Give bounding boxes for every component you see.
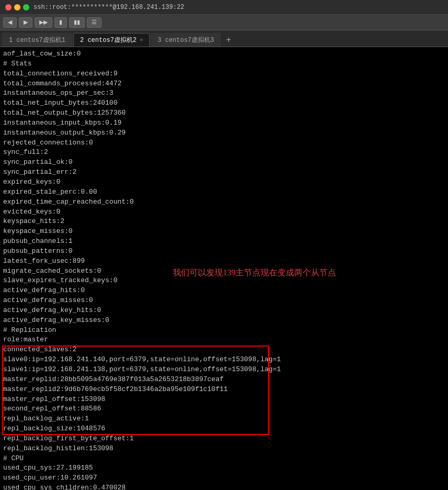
- terminal-line: second_repl_offset:88586: [3, 404, 445, 414]
- title-bar: ssh::root:***********@192.168.241.139:22: [0, 0, 448, 15]
- terminal-line: master_replid:28bb5095a4769e387f013a5a26…: [3, 375, 445, 385]
- terminal-line: keyspace_hits:2: [3, 217, 445, 227]
- window-title: ssh::root:***********@192.168.241.139:22: [33, 4, 184, 11]
- toolbar-btn-1[interactable]: ◀: [3, 17, 17, 28]
- terminal-line: aof_last_cow_size:0: [3, 49, 445, 59]
- tabs-bar: 1 centos7虚拟机1 2 centos7虚拟机2 ✕ 3 centos7虚…: [0, 30, 448, 47]
- tab-1[interactable]: 1 centos7虚拟机1: [2, 33, 72, 47]
- tab-2-label: 2 centos7虚拟机2: [80, 36, 137, 44]
- terminal-line: slave0:ip=192.168.241.140,port=6379,stat…: [3, 355, 445, 365]
- toolbar-btn-3[interactable]: ▶▶: [35, 17, 52, 28]
- maximize-button[interactable]: [23, 4, 29, 10]
- minimize-button[interactable]: [14, 4, 20, 10]
- terminal-line: total_connections_received:9: [3, 69, 445, 79]
- terminal-line: # Stats: [3, 59, 445, 69]
- terminal-line: slave_expires_tracked_keys:0: [3, 276, 445, 286]
- terminal-line: repl_backlog_histlen:153098: [3, 444, 445, 454]
- terminal-line: pubsub_channels:1: [3, 237, 445, 247]
- terminal-line: master_replid2:9d6b769ecb5f58cf2b1346a2b…: [3, 385, 445, 395]
- terminal-line: repl_backlog_first_byte_offset:1: [3, 434, 445, 444]
- terminal-line: repl_backlog_active:1: [3, 414, 445, 424]
- toolbar-btn-6[interactable]: ☰: [87, 17, 102, 28]
- terminal-line: expired_stale_perc:0.00: [3, 187, 445, 197]
- terminal-line: instantaneous_input_kbps:0.19: [3, 118, 445, 128]
- terminal-line: # Replication: [3, 326, 445, 336]
- tab-3-label: 3 centos7虚拟机3: [158, 36, 214, 44]
- add-tab-button[interactable]: +: [222, 33, 235, 47]
- traffic-lights: [5, 4, 29, 10]
- terminal-line: used_cpu_sys_children:0.470028: [3, 483, 445, 490]
- terminal-line: instantaneous_ops_per_sec:3: [3, 88, 445, 98]
- terminal-line: total_net_input_bytes:240100: [3, 98, 445, 108]
- terminal-line: sync_partial_ok:0: [3, 158, 445, 168]
- terminal-line: evicted_keys:0: [3, 207, 445, 217]
- terminal-line: expired_keys:0: [3, 177, 445, 187]
- terminal-line: master_repl_offset:153098: [3, 395, 445, 405]
- terminal-line: migrate_cached_sockets:0: [3, 266, 445, 276]
- terminal-line: slave1:ip=192.168.241.138,port=6379,stat…: [3, 365, 445, 375]
- close-button[interactable]: [5, 4, 12, 10]
- terminal-line: total_commands_processed:4472: [3, 79, 445, 89]
- terminal-line: sync_full:2: [3, 148, 445, 158]
- tab-2-close[interactable]: ✕: [140, 38, 143, 43]
- tab-1-label: 1 centos7虚拟机1: [9, 36, 65, 44]
- terminal-line: expired_time_cap_reached_count:0: [3, 197, 445, 207]
- terminal-line: active_defrag_key_misses:0: [3, 316, 445, 326]
- terminal-line: keyspace_misses:0: [3, 227, 445, 237]
- tab-2[interactable]: 2 centos7虚拟机2 ✕: [73, 33, 150, 47]
- terminal-line: active_defrag_misses:0: [3, 296, 445, 306]
- terminal-line: active_defrag_hits:0: [3, 286, 445, 296]
- terminal-line: instantaneous_output_kbps:0.29: [3, 128, 445, 138]
- terminal-line: used_cpu_user:10.261097: [3, 473, 445, 483]
- terminal-line: sync_partial_err:2: [3, 168, 445, 177]
- terminal-line: pubsub_patterns:0: [3, 247, 445, 257]
- terminal-content: aof_last_cow_size:0# Statstotal_connecti…: [3, 49, 445, 490]
- toolbar-btn-2[interactable]: ▶: [19, 17, 32, 28]
- terminal-line: latest_fork_usec:899: [3, 257, 445, 266]
- terminal-line: repl_backlog_size:1048576: [3, 424, 445, 434]
- terminal-line: rejected_connections:0: [3, 138, 445, 148]
- toolbar-btn-4[interactable]: ▮: [54, 17, 67, 28]
- terminal-line: used_cpu_sys:27.199185: [3, 463, 445, 473]
- terminal-line: role:master: [3, 335, 445, 345]
- toolbar-btn-5[interactable]: ▮▮: [69, 17, 85, 28]
- tab-3[interactable]: 3 centos7虚拟机3: [151, 33, 221, 47]
- terminal: aof_last_cow_size:0# Statstotal_connecti…: [0, 47, 448, 490]
- terminal-line: active_defrag_key_hits:0: [3, 306, 445, 316]
- terminal-line: total_net_output_bytes:1257360: [3, 108, 445, 118]
- toolbar: ◀ ▶ ▶▶ ▮ ▮▮ ☰: [0, 15, 448, 30]
- terminal-line: # CPU: [3, 454, 445, 464]
- terminal-line: connected_slaves:2: [3, 345, 445, 355]
